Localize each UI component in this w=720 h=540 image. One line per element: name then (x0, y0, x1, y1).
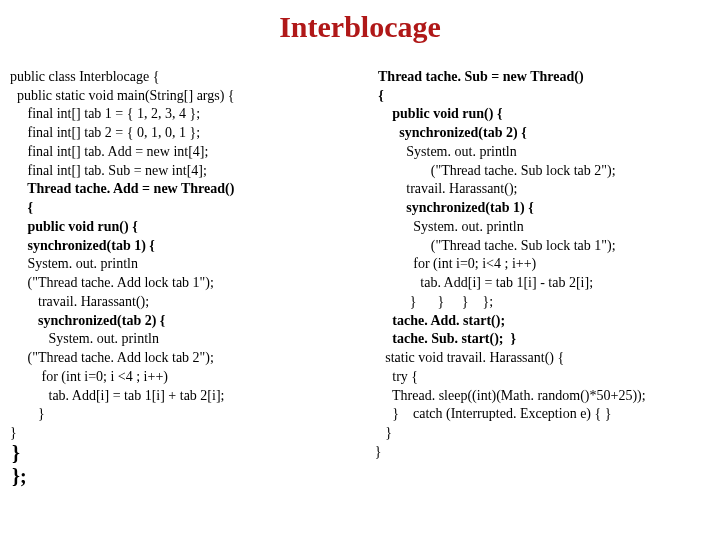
slide: Interblocage public class Interblocage {… (0, 0, 720, 540)
code-line: try { (375, 369, 418, 384)
code-line: travail. Harassant(); (375, 181, 518, 196)
close-brace: }; (10, 465, 27, 487)
code-line: } } } }; (375, 294, 493, 309)
code-line: Thread tache. Sub = new Thread() (375, 69, 584, 84)
code-line: public void run() { (375, 106, 503, 121)
code-line: { (375, 88, 384, 103)
code-line: System. out. println (375, 219, 524, 234)
code-line: System. out. println (10, 331, 159, 346)
code-line: } (10, 425, 17, 440)
code-line: static void travail. Harassant() { (375, 350, 564, 365)
code-line: synchronized(tab 1) { (10, 238, 155, 253)
code-line: tab. Add[i] = tab 1[i] - tab 2[i]; (375, 275, 593, 290)
close-brace: } (10, 442, 20, 464)
code-line: } (375, 444, 382, 459)
code-line: } (375, 425, 392, 440)
code-line: synchronized(tab 2) { (10, 313, 165, 328)
code-line: for (int i=0; i<4 ; i++) (375, 256, 536, 271)
code-line: travail. Harassant(); (10, 294, 149, 309)
code-line: public static void main(String[] args) { (10, 88, 235, 103)
code-line: synchronized(tab 2) { (375, 125, 527, 140)
slide-title: Interblocage (10, 10, 710, 43)
code-line: final int[] tab. Add = new int[4]; (10, 144, 208, 159)
code-line: Thread. sleep((int)(Math. random()*50+25… (375, 388, 646, 403)
code-line: { (10, 200, 33, 215)
code-line: } (10, 406, 45, 421)
code-left-column: public class Interblocage { public stati… (10, 49, 375, 507)
code-line: tab. Add[i] = tab 1[i] + tab 2[i]; (10, 388, 224, 403)
code-columns: public class Interblocage { public stati… (10, 49, 710, 507)
code-line: System. out. println (10, 256, 138, 271)
code-line: public void run() { (10, 219, 138, 234)
code-line: ("Thread tache. Sub lock tab 1"); (375, 238, 616, 253)
code-line: final int[] tab 2 = { 0, 1, 0, 1 }; (10, 125, 200, 140)
code-line: ("Thread tache. Sub lock tab 2"); (375, 163, 616, 178)
code-line: System. out. println (375, 144, 517, 159)
code-right-column: Thread tache. Sub = new Thread() { publi… (375, 49, 710, 480)
code-line: public class Interblocage { (10, 69, 159, 84)
code-line: synchronized(tab 1) { (375, 200, 534, 215)
code-line: tache. Sub. start(); } (375, 331, 516, 346)
code-line: ("Thread tache. Add lock tab 2"); (10, 350, 214, 365)
code-line: ("Thread tache. Add lock tab 1"); (10, 275, 214, 290)
code-line: final int[] tab. Sub = new int[4]; (10, 163, 207, 178)
code-line: Thread tache. Add = new Thread() (10, 181, 234, 196)
code-line: final int[] tab 1 = { 1, 2, 3, 4 }; (10, 106, 200, 121)
code-line: } catch (Interrupted. Exception e) { } (375, 406, 612, 421)
code-line: for (int i=0; i <4 ; i++) (10, 369, 168, 384)
code-line: tache. Add. start(); (375, 313, 505, 328)
